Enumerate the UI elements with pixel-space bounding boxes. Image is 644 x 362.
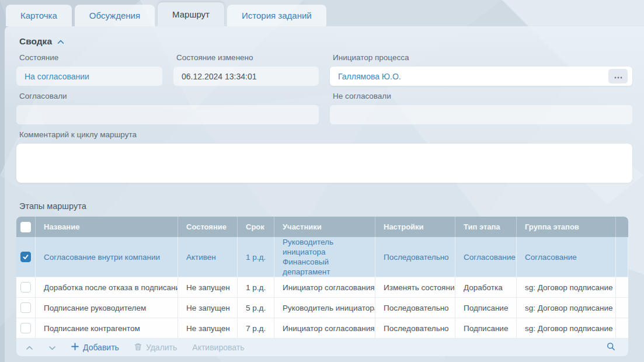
stage-participants: Руководитель инициатора [274,298,375,318]
state-changed-label: Состояние изменено [176,53,319,63]
approved-field [16,105,319,124]
stage-extra [616,237,628,277]
tab-discussions[interactable]: Обсуждения [75,5,155,26]
route-cycle-comment-input[interactable] [16,144,632,183]
not-approved-label: Не согласовали [333,92,632,102]
stage-extra [616,318,628,339]
select-all-checkbox[interactable] [20,222,31,232]
stage-name: Доработка после отказа в подписании [36,277,178,298]
route-tab-panel: Сводка Состояние Состояние изменено Иниц… [5,26,644,362]
stage-group: sg: Договор подписание [517,277,616,298]
table-row[interactable]: Доработка после отказа в подписании Не з… [16,277,628,298]
state-changed-value: 06.12.2024 13:34:01 [182,72,256,81]
table-row[interactable]: Подписание контрагентом Не запущен 7 р.д… [16,318,628,339]
tab-route[interactable]: Маршрут [158,2,224,26]
stage-group: Согласование [517,237,616,277]
stage-term: 5 р.д. [238,298,274,318]
column-header-participants: Участники [274,217,375,237]
column-header-stage-group: Группа этапов [517,217,616,237]
stage-term: 7 р.д. [238,318,274,339]
stage-settings: Последовательно [375,318,455,339]
plus-icon [71,343,79,352]
initiator-picker-button[interactable] [608,69,628,83]
state-changed-field: 06.12.2024 13:34:01 [173,67,319,86]
tab-card[interactable]: Карточка [6,5,72,26]
initiator-value-link[interactable]: Галлямова Ю.О. [338,72,401,81]
stage-type: Подписание [455,298,517,318]
column-header-stage-type: Тип этапа [455,217,517,237]
row-checkbox[interactable] [20,323,31,333]
stage-extra [616,298,628,318]
tab-task-history[interactable]: История заданий [227,5,326,26]
stage-participants: Руководитель инициатора Финансовый депар… [274,237,375,277]
stage-state: Не запущен [178,277,238,298]
column-header-name: Название [36,217,178,237]
search-button[interactable] [607,342,615,353]
not-approved-field [330,105,632,124]
stage-participants: Инициатор согласования [274,318,375,339]
stage-settings: Изменять состояние [375,277,455,298]
chevron-down-icon [48,343,56,352]
approved-label: Согласовали [19,92,319,102]
stage-name: Подписание руководителем [36,298,178,318]
move-up-button[interactable] [26,343,33,352]
table-toolbar: Добавить Удалить Активировать [16,339,628,356]
stage-name[interactable]: Согласование внутри компании [44,253,160,262]
table-row[interactable]: Подписание руководителем Не запущен 5 р.… [16,298,628,318]
stage-type: Согласование [455,237,517,277]
stage-group: sg: Договор подписание [517,318,616,339]
table-header-row: Название Состояние Срок Участники Настро… [16,217,628,237]
chevron-up-icon [26,343,33,352]
column-header-extra [616,217,628,237]
state-field: На согласовании [16,67,162,86]
stage-extra [616,277,628,298]
state-label: Состояние [19,53,162,63]
stage-term: 1 р.д. [238,277,274,298]
summary-title: Сводка [19,36,52,47]
search-icon [607,342,615,353]
stage-settings: Последовательно [375,237,455,277]
table-row[interactable]: Согласование внутри компании Активен 1 р… [16,237,628,277]
summary-section-header[interactable]: Сводка [16,36,632,47]
state-value-link[interactable]: На согласовании [25,72,89,81]
tab-bar: Карточка Обсуждения Маршрут История зада… [6,0,326,26]
stage-type: Доработка [455,277,517,298]
ellipsis-icon [614,72,622,81]
stage-state: Не запущен [178,298,238,318]
add-button[interactable]: Добавить [71,343,119,352]
stage-state: Не запущен [178,318,238,339]
stage-settings: Последовательно [375,298,455,318]
stage-type: Подписание [455,318,517,339]
stages-table: Название Состояние Срок Участники Настро… [16,217,628,356]
column-header-state: Состояние [178,217,238,237]
row-checkbox[interactable] [20,282,31,293]
stage-name: Подписание контрагентом [36,318,178,339]
trash-icon [134,343,142,353]
row-checkbox[interactable] [20,252,31,262]
chevron-up-icon [57,36,64,47]
stage-term: 1 р.д. [238,237,274,277]
activate-button[interactable]: Активировать [192,343,244,352]
initiator-field[interactable]: Галлямова Ю.О. [330,67,632,86]
stage-group: sg: Договор подписание [517,298,616,318]
stages-title: Этапы маршрута [16,200,632,212]
stage-participants: Инициатор согласования [274,277,375,298]
delete-button[interactable]: Удалить [134,343,177,353]
stage-state: Активен [178,237,238,277]
move-down-button[interactable] [48,343,56,352]
comment-label: Комментарий к циклу маршрута [19,130,632,140]
column-header-term: Срок [238,217,274,237]
column-header-settings: Настройки [375,217,455,237]
row-checkbox[interactable] [20,302,31,313]
initiator-label: Инициатор процесса [333,53,632,63]
